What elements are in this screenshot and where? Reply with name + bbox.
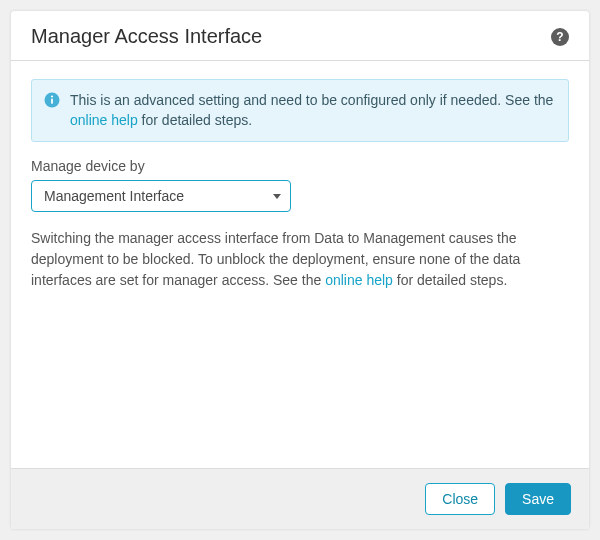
body-description: Switching the manager access interface f… — [31, 228, 569, 291]
info-text-after: for detailed steps. — [138, 112, 252, 128]
dialog-body: This is an advanced setting and need to … — [11, 61, 589, 468]
body-help-link[interactable]: online help — [325, 272, 393, 288]
dialog-header: Manager Access Interface ? — [11, 11, 589, 61]
info-banner: This is an advanced setting and need to … — [31, 79, 569, 142]
body-text-after: for detailed steps. — [393, 272, 507, 288]
dialog-panel: Manager Access Interface ? This is an ad… — [10, 10, 590, 530]
save-button[interactable]: Save — [505, 483, 571, 515]
manage-device-select[interactable]: Management Interface — [31, 180, 291, 212]
svg-point-1 — [51, 95, 53, 97]
info-text-before: This is an advanced setting and need to … — [70, 92, 553, 108]
dialog-title: Manager Access Interface — [31, 25, 262, 48]
manage-device-label: Manage device by — [31, 158, 569, 174]
close-button[interactable]: Close — [425, 483, 495, 515]
help-icon[interactable]: ? — [551, 28, 569, 46]
svg-rect-2 — [51, 99, 53, 104]
manage-device-selected-value: Management Interface — [44, 188, 184, 204]
info-help-link[interactable]: online help — [70, 112, 138, 128]
info-icon — [44, 92, 60, 108]
dialog-footer: Close Save — [11, 468, 589, 529]
info-text: This is an advanced setting and need to … — [70, 90, 556, 131]
